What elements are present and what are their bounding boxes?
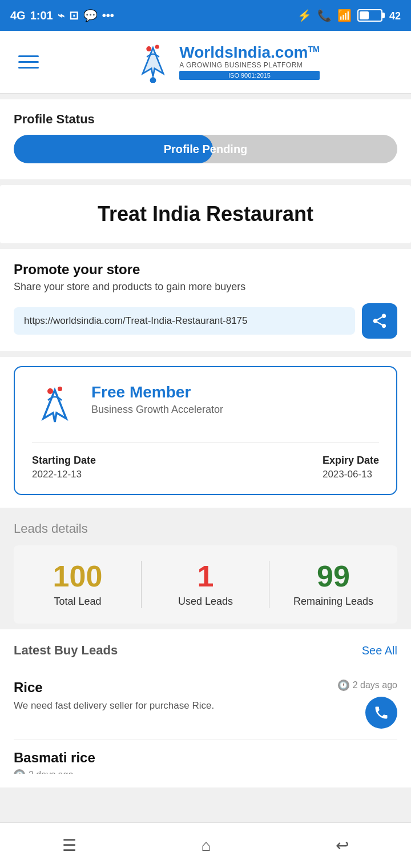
business-name: Treat India Restaurant bbox=[14, 202, 397, 226]
clock-icon-rice: 🕐 bbox=[338, 680, 349, 691]
svg-point-2 bbox=[147, 46, 152, 51]
used-lead-cell: 1 Used Leads bbox=[142, 545, 269, 624]
lead-item-rice: Rice We need fast delivery seller for pu… bbox=[14, 669, 397, 740]
svg-point-4 bbox=[47, 388, 53, 394]
more-icon: ••• bbox=[102, 9, 114, 22]
lead-item-title-basmati: Basmati rice bbox=[14, 750, 397, 766]
signal-icon: 4G bbox=[10, 9, 26, 22]
used-lead-number: 1 bbox=[147, 561, 264, 591]
logo-area: WorldsIndia.comTM A GROWING BUSINESS PLA… bbox=[55, 42, 397, 83]
lead-item-basmati: Basmati rice 🕐 2 days ago bbox=[14, 740, 397, 774]
member-card-section: Free Member Business Growth Accelerator … bbox=[0, 357, 411, 508]
latest-leads-section: Latest Buy Leads See All Rice We need fa… bbox=[0, 629, 411, 787]
back-icon: ↩ bbox=[336, 836, 349, 855]
leads-grid: 100 Total Lead 1 Used Leads 99 Remaining… bbox=[14, 545, 397, 624]
see-all-link[interactable]: See All bbox=[362, 644, 397, 657]
total-lead-number: 100 bbox=[19, 561, 136, 591]
messenger-icon: 💬 bbox=[83, 9, 98, 22]
leads-section-title: Leads details bbox=[14, 521, 397, 536]
bottom-nav: ☰ ⌂ ↩ bbox=[0, 822, 411, 868]
logo-icon bbox=[132, 42, 174, 83]
share-button[interactable] bbox=[362, 303, 397, 339]
battery-display: 42 bbox=[357, 9, 401, 22]
starting-date-value: 2022-12-13 bbox=[32, 469, 96, 480]
member-card: Free Member Business Growth Accelerator … bbox=[14, 366, 397, 495]
total-lead-label: Total Lead bbox=[19, 596, 136, 608]
member-type: Free Member bbox=[91, 383, 379, 401]
wifi-icon: 📶 bbox=[337, 9, 352, 22]
home-icon: ⌂ bbox=[202, 837, 211, 855]
starting-date-label: Starting Date bbox=[32, 455, 96, 467]
member-dates: Starting Date 2022-12-13 Expiry Date 202… bbox=[32, 455, 379, 480]
promote-title: Promote your store bbox=[14, 262, 397, 278]
lead-item-content-rice: Rice We need fast delivery seller for pu… bbox=[14, 680, 327, 713]
bottom-nav-home[interactable]: ⌂ bbox=[190, 831, 223, 861]
latest-leads-title: Latest Buy Leads bbox=[14, 643, 118, 658]
lead-item-desc-rice: We need fast delivery seller for purchas… bbox=[14, 699, 327, 713]
latest-leads-header: Latest Buy Leads See All bbox=[14, 643, 397, 658]
member-plan: Business Growth Accelerator bbox=[91, 404, 379, 416]
hamburger-menu[interactable] bbox=[14, 51, 43, 73]
vpn-icon: ⊡ bbox=[69, 9, 79, 22]
remaining-lead-label: Remaining Leads bbox=[275, 596, 392, 608]
status-left: 4G 1:01 ⌁ ⊡ 💬 ••• bbox=[10, 9, 114, 22]
progress-bar: Profile Pending bbox=[14, 135, 397, 163]
menu-icon: ☰ bbox=[62, 836, 76, 855]
nav-bar: WorldsIndia.comTM A GROWING BUSINESS PLA… bbox=[0, 31, 411, 94]
leads-section: Leads details 100 Total Lead 1 Used Lead… bbox=[0, 508, 411, 624]
remaining-lead-cell: 99 Remaining Leads bbox=[269, 545, 397, 624]
svg-point-0 bbox=[150, 77, 156, 83]
bluetooth-icon: ⚡ bbox=[297, 9, 312, 22]
usb-icon: ⌁ bbox=[58, 9, 65, 22]
lead-time-basmati: 🕐 2 days ago bbox=[14, 769, 397, 774]
expiry-date-block: Expiry Date 2023-06-13 bbox=[323, 455, 379, 480]
lead-item-right-rice: 🕐 2 days ago bbox=[338, 680, 397, 729]
promote-section: Promote your store Share your store and … bbox=[0, 249, 411, 351]
profile-status-section: Profile Status Profile Pending bbox=[0, 99, 411, 179]
bottom-nav-menu[interactable]: ☰ bbox=[51, 830, 88, 861]
profile-status-label: Profile Status bbox=[14, 112, 397, 127]
lead-item-title-rice: Rice bbox=[14, 680, 327, 696]
promote-subtitle: Share your store and products to gain mo… bbox=[14, 281, 397, 293]
starting-date-block: Starting Date 2022-12-13 bbox=[32, 455, 96, 480]
remaining-lead-number: 99 bbox=[275, 561, 392, 591]
time-display: 1:01 bbox=[30, 9, 53, 22]
logo-text: WorldsIndia.comTM A GROWING BUSINESS PLA… bbox=[179, 44, 319, 81]
share-url-box: https://worldsindia.com/Treat-India-Rest… bbox=[14, 307, 355, 335]
progress-bar-text: Profile Pending bbox=[164, 143, 248, 156]
bottom-nav-back[interactable]: ↩ bbox=[324, 830, 360, 861]
expiry-date-label: Expiry Date bbox=[323, 455, 379, 467]
call-button-rice[interactable] bbox=[365, 697, 397, 729]
member-divider bbox=[32, 443, 379, 443]
lead-time-rice: 🕐 2 days ago bbox=[338, 680, 397, 691]
svg-point-5 bbox=[58, 387, 62, 391]
used-lead-label: Used Leads bbox=[147, 596, 264, 608]
total-lead-cell: 100 Total Lead bbox=[14, 545, 142, 624]
member-logo-icon bbox=[32, 383, 78, 429]
expiry-date-value: 2023-06-13 bbox=[323, 469, 379, 480]
status-bar: 4G 1:01 ⌁ ⊡ 💬 ••• ⚡ 📞 📶 42 bbox=[0, 0, 411, 31]
svg-point-3 bbox=[155, 45, 159, 49]
business-name-section: Treat India Restaurant bbox=[0, 185, 411, 243]
call-icon: 📞 bbox=[317, 9, 332, 22]
clock-icon-basmati: 🕐 bbox=[14, 769, 25, 774]
status-right: ⚡ 📞 📶 42 bbox=[297, 9, 401, 22]
